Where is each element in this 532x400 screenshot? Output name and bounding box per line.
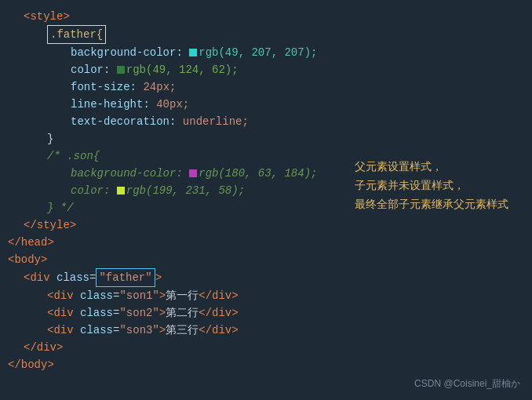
val-son3: "son3" bbox=[119, 322, 159, 339]
watermark: CSDN @Coisinei_甜柚か bbox=[414, 377, 520, 391]
close-brace: } bbox=[47, 130, 53, 147]
line-text-decoration: text-decoration: underline; bbox=[0, 113, 532, 130]
annotation-line2: 子元素并未设置样式， bbox=[355, 176, 508, 195]
line-style-open: <style> bbox=[0, 8, 532, 25]
tag-son2-name: div bbox=[53, 304, 80, 322]
line-color: color: rgb(49, 124, 62); bbox=[0, 61, 532, 78]
tag-head-close: </head> bbox=[8, 234, 54, 251]
tag-son2-close: </div> bbox=[199, 304, 238, 322]
value-text-deco: underline; bbox=[183, 113, 249, 130]
eq2: = bbox=[113, 304, 119, 322]
prop-font-size: font-size: bbox=[71, 78, 143, 96]
annotation-line3: 最终全部子元素继承父元素样式 bbox=[355, 195, 508, 213]
tag-style: <style> bbox=[24, 8, 70, 25]
comment-son-open: /* .son{ bbox=[47, 147, 100, 165]
annotation-box: 父元素设置样式， 子元素并未设置样式， 最终全部子元素继承父元素样式 bbox=[355, 157, 508, 213]
comment-color: color: bbox=[71, 182, 117, 199]
tag-son2-open: < bbox=[47, 304, 53, 322]
value-bg: rgb(49, 207, 207); bbox=[199, 44, 317, 61]
tag-body-close: </body> bbox=[8, 356, 54, 373]
close3: > bbox=[159, 322, 166, 339]
eq1: = bbox=[113, 287, 119, 304]
value-color: rgb(49, 124, 62); bbox=[126, 61, 239, 78]
tag-div-end: </div> bbox=[24, 339, 63, 356]
tag-son1-name: div bbox=[53, 287, 80, 304]
prop-color: color: bbox=[71, 61, 117, 78]
text-son1: 第一行 bbox=[166, 287, 199, 304]
line-div-father: <div class="father"> bbox=[0, 268, 532, 287]
tag-div-open: < bbox=[24, 269, 30, 286]
close1: > bbox=[159, 287, 166, 304]
comment-bg: background-color: bbox=[71, 165, 189, 182]
text-son2: 第二行 bbox=[166, 304, 199, 322]
val-son2: "son2" bbox=[119, 304, 159, 322]
annotation-line1: 父元素设置样式， bbox=[355, 157, 508, 176]
line-line-height: line-height: 40px; bbox=[0, 96, 532, 113]
line-font-size: font-size: 24px; bbox=[0, 78, 532, 96]
tag-son3-open: < bbox=[47, 322, 53, 339]
comment-close: } */ bbox=[47, 199, 74, 216]
line-son1: <div class="son1">第一行</div> bbox=[0, 287, 532, 304]
attr-value-father-box: "father" bbox=[96, 268, 155, 287]
attr-class-son3: class bbox=[80, 322, 113, 339]
prop-bg: background-color: bbox=[71, 44, 189, 61]
line-father-selector: .father{ bbox=[0, 25, 532, 44]
attr-class-son1: class bbox=[80, 287, 113, 304]
color-swatch-green bbox=[117, 66, 125, 74]
tag-son3-close: </div> bbox=[199, 322, 238, 339]
tag-div-name: div bbox=[30, 269, 56, 286]
line-body-close: </body> bbox=[0, 356, 532, 373]
attr-value-father: "father" bbox=[99, 271, 151, 284]
line-son2: <div class="son2">第二行</div> bbox=[0, 304, 532, 322]
tag-son3-name: div bbox=[53, 322, 80, 339]
eq3: = bbox=[113, 322, 119, 339]
tag-son1-open: < bbox=[47, 287, 53, 304]
line-style-close: </style> bbox=[0, 216, 532, 234]
text-son3: 第三行 bbox=[166, 322, 199, 339]
line-close-brace: } bbox=[0, 130, 532, 147]
tag-style-close: </style> bbox=[24, 216, 76, 234]
line-div-close: </div> bbox=[0, 339, 532, 356]
line-head-close: </head> bbox=[0, 234, 532, 251]
line-bg-color: background-color: rgb(49, 207, 207); bbox=[0, 44, 532, 61]
close2: > bbox=[159, 304, 166, 322]
comment-color-value: rgb(199, 231, 58); bbox=[126, 182, 245, 199]
tag-body-open: <body> bbox=[8, 251, 47, 268]
tag-div-close-bracket: > bbox=[155, 269, 162, 286]
value-line-height: 40px; bbox=[156, 96, 189, 113]
father-selector: .father{ bbox=[47, 25, 106, 44]
value-font-size: 24px; bbox=[143, 78, 176, 96]
color-swatch-yellow bbox=[117, 187, 125, 195]
line-son3: <div class="son3">第三行</div> bbox=[0, 322, 532, 339]
attr-class-son2: class bbox=[80, 304, 113, 322]
color-swatch-teal bbox=[189, 49, 197, 56]
prop-line-height: line-height: bbox=[71, 96, 156, 113]
val-son1: "son1" bbox=[119, 287, 159, 304]
prop-text-deco: text-decoration: bbox=[71, 113, 183, 130]
equals: = bbox=[89, 269, 96, 286]
comment-bg-value: rgb(180, 63, 184); bbox=[199, 165, 317, 182]
line-body-open: <body> bbox=[0, 251, 532, 268]
tag-son1-close: </div> bbox=[199, 287, 238, 304]
attr-class: class bbox=[56, 269, 89, 286]
color-swatch-purple bbox=[189, 169, 197, 177]
